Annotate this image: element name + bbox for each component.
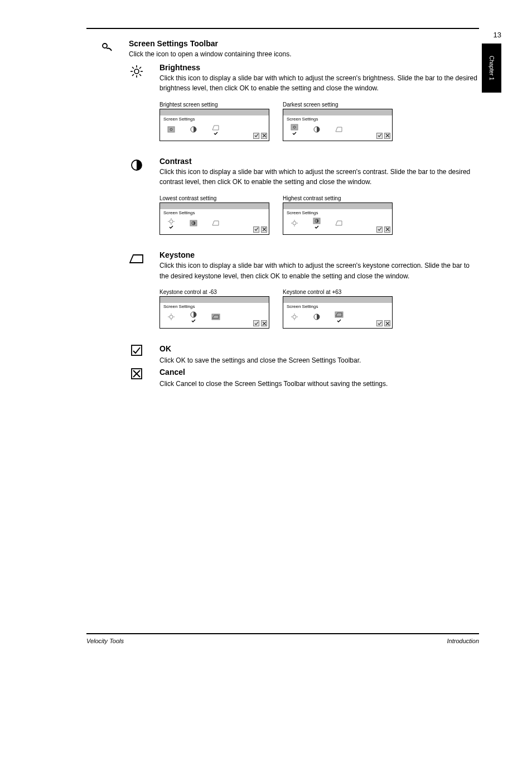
mini-brightness-icon — [167, 126, 176, 133]
brightness-bright-caption: Brightest screen setting — [159, 102, 269, 108]
dialog-title: Screen Settings — [283, 303, 392, 309]
mini-contrast-icon — [189, 220, 198, 226]
contrast-body: Click this icon to display a slide bar w… — [159, 167, 479, 187]
dialog-brightness-bright: Screen Settings — [159, 109, 269, 141]
keystone-pos-caption: Keystone control at +63 — [283, 289, 393, 295]
dialog-brightness-dark: Screen Settings — [283, 109, 393, 141]
keystone-screenshots: Keystone control at -63 Screen Settings — [159, 289, 479, 329]
dialog-cancel-button[interactable] — [384, 226, 390, 233]
section-brightness: Brightness Click this icon to display a … — [117, 63, 479, 146]
svg-marker-43 — [130, 255, 143, 263]
mini-brightness-icon — [167, 313, 176, 321]
toolbar-title: Screen Settings Toolbar — [129, 39, 479, 48]
footer-right: Introduction — [447, 638, 479, 644]
svg-line-9 — [139, 67, 141, 69]
brightness-dark-caption: Darkest screen setting — [283, 102, 393, 108]
svg-marker-30 — [212, 221, 219, 225]
dialog-ok-button[interactable] — [253, 226, 259, 233]
svg-point-23 — [170, 220, 173, 223]
section-keystone: Keystone Click this icon to display a sl… — [117, 250, 479, 333]
footer-left: Velocity Tools — [86, 638, 124, 644]
page-number: 13 — [494, 31, 501, 39]
toolbar-intro: Click the icon to open a window containi… — [129, 49, 479, 60]
section-cancel: Cancel Click Cancel to close the Screen … — [117, 368, 479, 388]
side-chapter-tab: Chapter 1 — [482, 44, 501, 93]
contrast-screenshots: Lowest contrast setting Screen Settings — [159, 195, 479, 235]
mini-brightness-icon — [290, 313, 299, 321]
mini-keystone-icon — [335, 126, 344, 133]
svg-marker-19 — [336, 127, 342, 132]
dialog-cancel-button[interactable] — [261, 226, 267, 233]
dialog-title: Screen Settings — [283, 209, 392, 215]
mini-contrast-icon — [189, 311, 198, 322]
svg-point-54 — [293, 315, 296, 319]
dialog-cancel-button[interactable] — [261, 133, 267, 139]
mini-keystone-icon — [335, 311, 344, 322]
svg-point-0 — [103, 44, 107, 48]
dialog-title: Screen Settings — [160, 115, 269, 122]
keystone-body: Click this icon to display a slide bar w… — [159, 261, 479, 281]
svg-line-6 — [132, 67, 134, 69]
brightness-icon — [117, 63, 156, 146]
svg-rect-10 — [168, 127, 175, 132]
brightness-body: Click this icon to display a slide bar w… — [159, 73, 479, 94]
contrast-title: Contrast — [159, 157, 479, 166]
contrast-low-caption: Lowest contrast setting — [159, 195, 269, 201]
cancel-body: Click Cancel to close the Screen Setting… — [159, 378, 479, 388]
mini-contrast-icon — [312, 313, 321, 320]
mini-brightness-icon — [167, 218, 176, 229]
svg-rect-64 — [132, 345, 142, 355]
svg-marker-40 — [336, 221, 342, 225]
dialog-contrast-high: Screen Settings — [283, 202, 393, 235]
ok-icon — [117, 344, 156, 364]
svg-point-33 — [293, 221, 296, 225]
mini-contrast-icon — [189, 126, 198, 133]
dialog-title: Screen Settings — [283, 115, 392, 122]
mini-contrast-icon — [312, 126, 321, 133]
contrast-icon — [117, 157, 156, 239]
dialog-keystone-neg: Screen Settings — [159, 296, 269, 329]
dialog-ok-button[interactable] — [376, 226, 383, 233]
ok-body: Click OK to save the settings and close … — [159, 354, 479, 364]
keystone-icon — [117, 250, 156, 333]
svg-point-44 — [170, 315, 173, 319]
dialog-title: Screen Settings — [160, 303, 269, 309]
dialog-cancel-button[interactable] — [384, 320, 390, 326]
dialog-cancel-button[interactable] — [384, 133, 390, 139]
svg-marker-13 — [212, 126, 219, 130]
svg-rect-16 — [291, 124, 298, 130]
footer: Velocity Tools Introduction — [86, 638, 479, 644]
section-contrast: Contrast Click this icon to display a sl… — [117, 157, 479, 239]
brightness-screenshots: Brightest screen setting Screen Settings — [159, 102, 479, 141]
mini-contrast-icon — [312, 218, 321, 229]
top-rule — [86, 28, 479, 29]
section-ok: OK Click OK to save the settings and clo… — [117, 344, 479, 364]
svg-line-8 — [132, 74, 134, 76]
brightness-title: Brightness — [159, 63, 479, 72]
mini-keystone-icon — [335, 220, 344, 226]
keystone-title: Keystone — [159, 250, 479, 259]
dialog-ok-button[interactable] — [376, 320, 383, 326]
dialog-keystone-pos: Screen Settings — [283, 296, 393, 329]
dialog-ok-button[interactable] — [376, 133, 383, 139]
contrast-high-caption: Highest contrast setting — [283, 195, 393, 201]
mini-keystone-icon — [211, 313, 220, 320]
dialog-title: Screen Settings — [160, 209, 269, 215]
mini-brightness-icon — [290, 124, 299, 135]
mini-keystone-icon — [211, 220, 220, 226]
bottom-rule — [86, 633, 479, 634]
dialog-ok-button[interactable] — [253, 320, 259, 326]
screen-settings-icon — [86, 39, 125, 60]
dialog-cancel-button[interactable] — [261, 320, 267, 326]
keystone-neg-caption: Keystone control at -63 — [159, 289, 269, 295]
toolbar-heading: Screen Settings Toolbar Click the icon t… — [86, 39, 479, 60]
mini-keystone-icon — [211, 124, 220, 135]
cancel-icon — [117, 368, 156, 388]
svg-line-7 — [139, 74, 141, 76]
svg-point-1 — [134, 69, 139, 74]
mini-brightness-icon — [290, 219, 299, 227]
cancel-title: Cancel — [159, 368, 479, 377]
ok-title: OK — [159, 344, 479, 353]
dialog-contrast-low: Screen Settings — [159, 202, 269, 235]
dialog-ok-button[interactable] — [253, 133, 259, 139]
